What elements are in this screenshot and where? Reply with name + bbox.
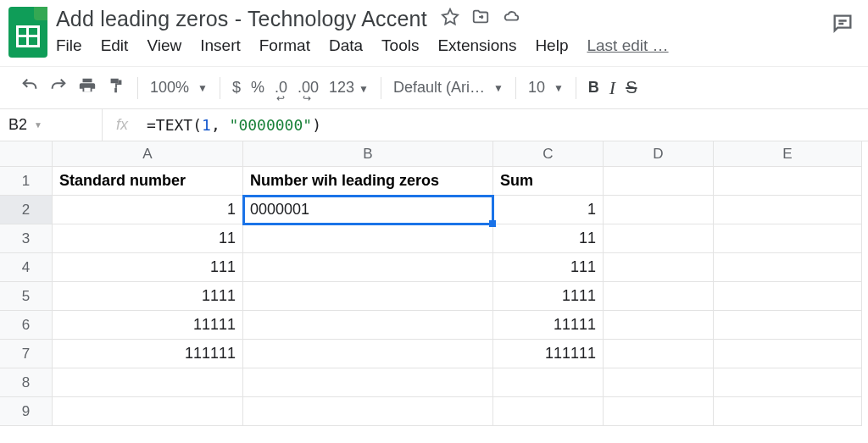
menu-file[interactable]: File: [56, 36, 82, 55]
cell[interactable]: [243, 224, 493, 253]
cell[interactable]: [714, 282, 862, 311]
row-header[interactable]: 6: [0, 311, 53, 340]
cell[interactable]: [714, 368, 862, 397]
cell[interactable]: [604, 311, 714, 340]
cloud-status-icon[interactable]: [502, 8, 520, 30]
cell[interactable]: Number wih leading zeros: [243, 167, 493, 196]
cell[interactable]: [714, 167, 862, 196]
strikethrough-button[interactable]: S: [626, 78, 637, 97]
cell[interactable]: [604, 253, 714, 282]
menu-tools[interactable]: Tools: [381, 36, 419, 55]
row-header[interactable]: 4: [0, 253, 53, 282]
select-all-cell[interactable]: [0, 141, 53, 167]
svg-rect-1: [114, 88, 117, 93]
cell[interactable]: 11111: [493, 311, 604, 340]
sheets-logo-icon[interactable]: [8, 7, 47, 58]
cell[interactable]: [243, 368, 493, 397]
cell[interactable]: 1: [53, 196, 243, 224]
cell[interactable]: [604, 368, 714, 397]
cell[interactable]: [243, 311, 493, 340]
format-currency-button[interactable]: $: [232, 79, 241, 97]
cell[interactable]: 11: [53, 224, 243, 253]
cell[interactable]: [714, 224, 862, 253]
italic-button[interactable]: I: [609, 77, 615, 99]
font-size-input[interactable]: 10: [528, 79, 545, 97]
col-header-D[interactable]: D: [604, 141, 714, 167]
row-header[interactable]: 9: [0, 397, 53, 426]
cell[interactable]: [604, 282, 714, 311]
cell[interactable]: [714, 311, 862, 340]
redo-icon[interactable]: [49, 76, 68, 99]
print-icon[interactable]: [78, 76, 97, 99]
font-size-dropdown-icon[interactable]: ▼: [554, 82, 564, 94]
cell[interactable]: 111: [493, 253, 604, 282]
cell[interactable]: 111111: [53, 340, 243, 368]
cell[interactable]: 11: [493, 224, 604, 253]
decrease-decimal-button[interactable]: .0↩: [275, 79, 287, 97]
spreadsheet-grid[interactable]: A B C D E 1 Standard number Number wih l…: [0, 141, 868, 426]
cell[interactable]: [604, 340, 714, 368]
col-header-A[interactable]: A: [53, 141, 243, 167]
format-percent-button[interactable]: %: [251, 79, 264, 97]
menu-help[interactable]: Help: [535, 36, 568, 55]
last-edit-link[interactable]: Last edit …: [587, 36, 668, 55]
increase-decimal-button[interactable]: .00↪: [298, 79, 319, 97]
cell[interactable]: [243, 282, 493, 311]
zoom-level[interactable]: 100%: [150, 79, 189, 97]
cell[interactable]: [243, 397, 493, 426]
font-family-dropdown-icon[interactable]: ▼: [493, 82, 504, 94]
menu-view[interactable]: View: [147, 36, 181, 55]
cell[interactable]: [604, 167, 714, 196]
cell[interactable]: [53, 368, 243, 397]
cell[interactable]: 111111: [493, 340, 604, 368]
cell[interactable]: [714, 253, 862, 282]
formula-bar[interactable]: =TEXT(1, "0000000"): [142, 116, 321, 134]
menu-data[interactable]: Data: [329, 36, 363, 55]
name-box-dropdown-icon[interactable]: ▼: [34, 120, 42, 130]
col-header-E[interactable]: E: [714, 141, 862, 167]
cell[interactable]: [53, 397, 243, 426]
menu-bar: File Edit View Insert Format Data Tools …: [56, 36, 822, 55]
star-icon[interactable]: [441, 8, 459, 30]
paint-format-icon[interactable]: [107, 76, 125, 99]
comment-history-icon[interactable]: [831, 7, 854, 39]
cell[interactable]: [604, 397, 714, 426]
cell[interactable]: 11111: [53, 311, 243, 340]
row-header[interactable]: 5: [0, 282, 53, 311]
menu-extensions[interactable]: Extensions: [437, 36, 516, 55]
bold-button[interactable]: B: [588, 79, 599, 97]
menu-format[interactable]: Format: [259, 36, 310, 55]
cell[interactable]: Sum: [493, 167, 604, 196]
cell[interactable]: Standard number: [53, 167, 243, 196]
cell[interactable]: [243, 340, 493, 368]
zoom-dropdown-icon[interactable]: ▼: [198, 82, 208, 94]
cell[interactable]: [714, 397, 862, 426]
menu-insert[interactable]: Insert: [200, 36, 241, 55]
cell[interactable]: [493, 368, 604, 397]
cell[interactable]: [604, 224, 714, 253]
cell[interactable]: [714, 196, 862, 224]
row-header[interactable]: 1: [0, 167, 53, 196]
cell[interactable]: 1: [493, 196, 604, 224]
col-header-B[interactable]: B: [243, 141, 493, 167]
more-formats-button[interactable]: 123 ▼: [329, 79, 369, 97]
cell[interactable]: 111: [53, 253, 243, 282]
menu-edit[interactable]: Edit: [101, 36, 129, 55]
name-box[interactable]: B2: [8, 116, 27, 134]
row-header[interactable]: 8: [0, 368, 53, 397]
cell[interactable]: [493, 397, 604, 426]
undo-icon[interactable]: [20, 76, 39, 99]
font-family-select[interactable]: Default (Ari…: [393, 79, 485, 97]
cell[interactable]: [714, 340, 862, 368]
cell[interactable]: [243, 253, 493, 282]
row-header[interactable]: 3: [0, 224, 53, 253]
row-header[interactable]: 7: [0, 340, 53, 368]
cell[interactable]: [604, 196, 714, 224]
cell[interactable]: 1111: [53, 282, 243, 311]
cell-selected[interactable]: 0000001: [243, 196, 493, 224]
col-header-C[interactable]: C: [493, 141, 604, 167]
row-header[interactable]: 2: [0, 196, 53, 224]
document-title[interactable]: Add leading zeros - Technology Accent: [56, 7, 427, 31]
move-folder-icon[interactable]: [471, 8, 490, 30]
cell[interactable]: 1111: [493, 282, 604, 311]
